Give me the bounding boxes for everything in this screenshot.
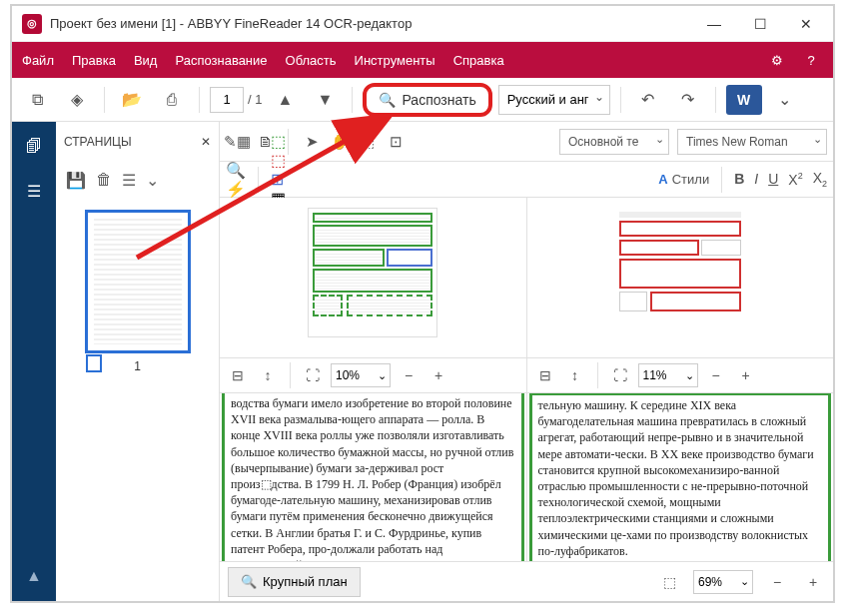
- menu-area[interactable]: Область: [286, 53, 337, 68]
- zoom-left-dropdown[interactable]: 10%: [331, 363, 391, 387]
- zoom-right-dropdown[interactable]: 11%: [638, 363, 698, 387]
- pages-panel: СТРАНИЦЫ ✕ 💾 🗑 ☰ ⌄ 1: [56, 122, 220, 601]
- zoom-in2-icon[interactable]: +: [734, 363, 758, 387]
- fit2-icon[interactable]: ↕: [563, 363, 587, 387]
- menu-help[interactable]: Справка: [453, 53, 504, 68]
- page-down-icon[interactable]: ▼: [308, 83, 342, 117]
- picture-area-icon[interactable]: ⬚: [271, 151, 286, 170]
- page-total: / 1: [248, 92, 262, 107]
- list-rail-icon[interactable]: ☰: [19, 176, 49, 206]
- save-icon[interactable]: 💾: [66, 171, 86, 190]
- font-dropdown[interactable]: Times New Roman: [677, 129, 827, 155]
- magnifier-icon: 🔍: [379, 92, 396, 108]
- crop-icon[interactable]: ⊡: [385, 131, 407, 153]
- menu-view[interactable]: Вид: [134, 53, 158, 68]
- recognize-label: Распознать: [402, 92, 475, 108]
- styles-button[interactable]: A Стили: [658, 172, 709, 187]
- menubar: Файл Правка Вид Распознавание Область Ин…: [12, 42, 833, 78]
- help-icon[interactable]: ?: [799, 48, 823, 72]
- image-pane: ⊟ ↕ ⛶ 10% − + водства бумаги имело изобр…: [220, 198, 527, 561]
- titlebar: ◎ Проект без имени [1] - ABBYY FineReade…: [12, 6, 833, 42]
- zoom-bottom-dropdown[interactable]: 69%: [693, 570, 753, 594]
- menu-edit[interactable]: Правка: [72, 53, 116, 68]
- image-preview[interactable]: [308, 208, 437, 337]
- delete-icon[interactable]: 🗑: [96, 171, 112, 189]
- menu-file[interactable]: Файл: [22, 53, 54, 68]
- open-icon[interactable]: 📂: [115, 83, 149, 117]
- edit-image-icon[interactable]: ✎▦: [226, 131, 248, 153]
- style-dropdown[interactable]: Основной те: [559, 129, 669, 155]
- menu-tools[interactable]: Инструменты: [355, 53, 435, 68]
- fit-icon[interactable]: ↕: [256, 363, 280, 387]
- pointer-icon[interactable]: ➤: [301, 131, 323, 153]
- superscript-button[interactable]: X2: [788, 171, 802, 188]
- table-area-icon[interactable]: ⊞: [271, 170, 286, 189]
- redo-icon[interactable]: ↷: [671, 83, 705, 117]
- warning-icon[interactable]: ▲: [19, 561, 49, 591]
- left-rail: 🗐 ☰ ▲: [12, 122, 56, 601]
- analyze-icon[interactable]: ⚡: [226, 180, 246, 199]
- recognized-badge-icon: [86, 354, 102, 372]
- page-thumbnail[interactable]: [85, 210, 191, 353]
- subscript-button[interactable]: X2: [813, 170, 827, 189]
- image-toolbar: ✎▦ 🗎 ➤ ✋ ⬚ ⊡ Основной те Times New Roman: [220, 122, 833, 162]
- bottom-bar: 🔍 Крупный план ⬚ 69% − +: [220, 561, 833, 601]
- recognize-button[interactable]: 🔍 Распознать: [363, 83, 491, 117]
- area-toolbar: 🔍 ⚡ ⬚ ⬚ ⊞ ▦ ⬚ A Стили B: [220, 162, 833, 198]
- zoom-out2-icon[interactable]: −: [704, 363, 728, 387]
- close-panel-icon[interactable]: ✕: [201, 135, 211, 149]
- text-pane: ⊟ ↕ ⛶ 11% − + тельную машину. К середине…: [527, 198, 834, 561]
- language-dropdown[interactable]: Русский и анг: [498, 85, 610, 115]
- new-project-icon[interactable]: ⧉: [20, 83, 54, 117]
- zoom-plus-icon: 🔍: [241, 574, 257, 589]
- layout2-icon[interactable]: ⊟: [533, 363, 557, 387]
- app-icon: ◎: [22, 14, 42, 34]
- read-icon[interactable]: 🔍: [226, 161, 246, 180]
- gear-icon[interactable]: ⚙: [765, 48, 789, 72]
- hand-icon[interactable]: ✋: [329, 131, 351, 153]
- zoom-in-icon[interactable]: +: [426, 363, 450, 387]
- page-input[interactable]: [210, 87, 244, 113]
- zoom-out-icon[interactable]: −: [397, 363, 421, 387]
- menu-recognize[interactable]: Распознавание: [175, 53, 267, 68]
- select-icon[interactable]: ⬚: [657, 570, 681, 594]
- pages-title: СТРАНИЦЫ: [64, 135, 132, 149]
- undo-icon[interactable]: ↶: [631, 83, 665, 117]
- minimize-button[interactable]: —: [691, 9, 737, 39]
- text-preview[interactable]: [615, 208, 745, 337]
- zoom-view-button[interactable]: 🔍 Крупный план: [228, 567, 361, 597]
- bold-button[interactable]: B: [734, 171, 744, 187]
- close-button[interactable]: ✕: [783, 9, 829, 39]
- expand-icon[interactable]: ⛶: [301, 363, 325, 387]
- layout-icon[interactable]: ⊟: [226, 363, 250, 387]
- maximize-button[interactable]: ☐: [737, 9, 783, 39]
- underline-button[interactable]: U: [768, 171, 778, 187]
- scan-icon[interactable]: ⎙: [155, 83, 189, 117]
- zoom-out3-icon[interactable]: −: [765, 570, 789, 594]
- text-area-icon[interactable]: ⬚: [271, 132, 286, 151]
- ocr-text-left[interactable]: водства бумаги имело изобретение во втор…: [222, 393, 524, 561]
- export-word-button[interactable]: W: [726, 85, 762, 115]
- expand2-icon[interactable]: ⛶: [608, 363, 632, 387]
- pages-rail-icon[interactable]: 🗐: [19, 132, 49, 162]
- add-page-icon[interactable]: ◈: [60, 83, 94, 117]
- props-icon[interactable]: ☰: [122, 171, 136, 190]
- page-up-icon[interactable]: ▲: [268, 83, 302, 117]
- main-toolbar: ⧉ ◈ 📂 ⎙ / 1 ▲ ▼ 🔍 Распознать Русский и а…: [12, 78, 833, 122]
- window-title: Проект без имени [1] - ABBYY FineReader …: [50, 16, 691, 31]
- ocr-text-right[interactable]: тельную машину. К середине XIX века бума…: [529, 393, 832, 561]
- thumb-label: 1: [56, 359, 219, 373]
- italic-button[interactable]: I: [754, 171, 758, 187]
- export-dropdown-icon[interactable]: ⌄: [768, 83, 802, 117]
- select-area-icon[interactable]: ⬚: [357, 131, 379, 153]
- zoom-in3-icon[interactable]: +: [801, 570, 825, 594]
- pages-menu-icon[interactable]: ⌄: [146, 171, 159, 190]
